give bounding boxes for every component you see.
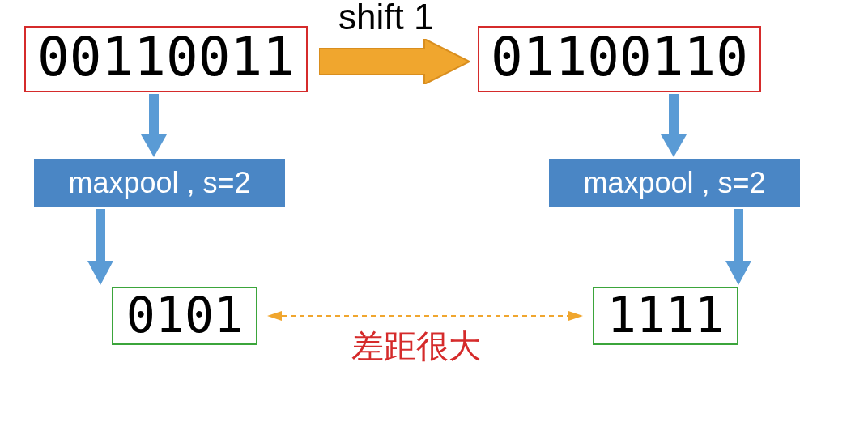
difference-arrow (267, 308, 583, 324)
output-right-bits: 1111 (607, 291, 725, 339)
op-left-box: maxpool , s=2 (34, 159, 285, 207)
op-left-label: maxpool , s=2 (68, 166, 250, 200)
svg-marker-11 (568, 311, 583, 321)
svg-rect-7 (734, 209, 743, 262)
output-left-box: 0101 (112, 287, 257, 345)
input-left-bits: 00110011 (37, 31, 295, 84)
op-right-box: maxpool , s=2 (549, 159, 800, 207)
svg-rect-3 (669, 94, 679, 136)
input-left-box: 00110011 (24, 26, 308, 92)
input-right-bits: 01100110 (491, 31, 748, 84)
arrow-left-down-1 (141, 94, 167, 157)
op-right-label: maxpool , s=2 (583, 166, 765, 200)
svg-marker-8 (725, 261, 751, 285)
svg-rect-1 (149, 94, 159, 136)
arrow-right-down-2 (725, 209, 751, 285)
svg-rect-5 (96, 209, 105, 262)
shift-label: shift 1 (338, 0, 433, 37)
svg-marker-10 (267, 311, 282, 321)
output-left-bits: 0101 (126, 291, 244, 339)
arrow-left-down-2 (87, 209, 113, 285)
svg-marker-2 (141, 134, 167, 157)
svg-marker-6 (87, 261, 113, 285)
svg-marker-0 (319, 39, 470, 84)
svg-marker-4 (661, 134, 687, 157)
input-right-box: 01100110 (478, 26, 761, 92)
output-right-box: 1111 (593, 287, 738, 345)
arrow-right-down-1 (661, 94, 687, 157)
shift-arrow (319, 39, 470, 84)
difference-label: 差距很大 (351, 324, 481, 369)
